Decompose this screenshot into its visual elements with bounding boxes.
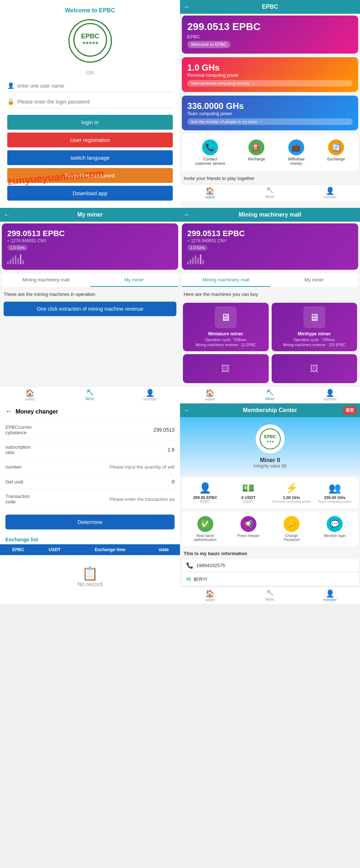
tab-my-miner[interactable]: My miner	[90, 273, 179, 287]
product-placeholder-1[interactable]: 🖼	[183, 354, 269, 383]
wallet-icon: 🏠	[180, 186, 240, 195]
epbc-home-panel: ← EPBC 299.0513 EPBC EPBC Welcome to EPB…	[180, 0, 360, 208]
membership-back-icon[interactable]: ←	[184, 407, 190, 414]
changer-back-icon[interactable]: ←	[5, 408, 12, 415]
member-integrity: Integrity value 88	[187, 464, 353, 469]
field-ratio: subscriptionratio 1:6	[0, 440, 180, 460]
member-avatar-area: EPBC ★★★ Miner II Integrity value 88	[180, 417, 360, 476]
mall-nav-miner[interactable]: ⛏ Miner	[240, 389, 300, 401]
view-team-badge[interactable]: See the number of people in my team →	[187, 118, 353, 125]
member-nav-wallet[interactable]: 🏠 wallet	[180, 589, 240, 602]
col-usdt: USDT	[37, 544, 73, 555]
mall-miner-icon: ⛏	[240, 389, 300, 397]
action-recharge[interactable]: ⛽ Recharge	[248, 139, 265, 165]
money-changer-panel: ← Money changer EPBCcurrencybalance 299.…	[0, 403, 180, 604]
svg-point-0	[74, 24, 106, 56]
miner-wallet-icon: 🏠	[0, 389, 60, 397]
personal-power-label: Personal computing power	[187, 73, 353, 78]
mall-tab-mall[interactable]: Mining machinery mall	[182, 273, 270, 287]
mall-tab-miner[interactable]: My miner	[270, 273, 359, 287]
mall-tabs: Mining machinery mall My miner	[182, 273, 358, 287]
action-member-login[interactable]: 💬 Member login	[313, 516, 356, 542]
product-1-desc: Operation cycle : 720hourMining machiner…	[187, 337, 265, 348]
miner-back-icon[interactable]: ←	[4, 211, 10, 219]
action-realname[interactable]: ✅ Real nameauthentication	[184, 516, 227, 542]
nav-miner[interactable]: ⛏ Miner	[240, 186, 300, 199]
mall-ghs: 1.0 GHs	[187, 245, 208, 251]
register-button[interactable]: User registration	[7, 133, 173, 147]
phone-text: 19894332575	[196, 563, 225, 568]
changer-title: Money changer	[16, 408, 58, 415]
personal-stat-icon: ⚡	[270, 482, 313, 494]
tx-code-input[interactable]	[109, 496, 175, 502]
field-number: number	[0, 460, 180, 474]
logo-circle: EPBC ★★★★★	[68, 19, 112, 63]
miner-balance-card: 299.0513 EPBC ≈ 1276.949051 CNY 1.0 GHs	[2, 223, 178, 270]
stat-personal: ⚡ 1.00 GHs Personal computing power	[270, 482, 313, 504]
or-text: OR	[86, 70, 94, 76]
action-exchange[interactable]: 🔄 Exchange	[327, 139, 345, 165]
member-nav-member[interactable]: 👤 member	[300, 589, 360, 602]
epbc-home-header: ← EPBC	[180, 0, 360, 14]
team-power-label: Team computing power	[187, 111, 353, 116]
download-button[interactable]: Download app	[7, 186, 173, 201]
miner-nav-miner[interactable]: ⛏ Miner	[60, 389, 120, 401]
mall-nav-wallet[interactable]: 🏠 wallet	[180, 389, 240, 401]
exchange-list-title: Exchange list	[0, 535, 180, 544]
lang-badge[interactable]: 语言	[343, 407, 356, 414]
product-2[interactable]: 🖥 Minitype miner Operation cycle : 720ho…	[272, 303, 357, 351]
member-name: Miner II	[187, 457, 353, 464]
member-actions: ✅ Real nameauthentication 📢 Press releas…	[182, 512, 358, 546]
membership-header: ← Membership Center 语言	[180, 403, 360, 417]
changer-header: ← Money changer	[0, 403, 180, 420]
epbc-bottom-nav: 🏠 wallet ⛏ Miner 👤 member	[180, 184, 360, 201]
usdt-stat-icon: 💵	[227, 482, 270, 494]
action-withdraw[interactable]: 💼 Withdrawmoney	[288, 139, 305, 165]
nav-wallet[interactable]: 🏠 wallet	[180, 186, 240, 199]
member-wallet-icon: 🏠	[180, 589, 240, 598]
info-email: ✉ 邮件!!!	[182, 573, 358, 586]
basic-info-title: This is my basic information	[180, 548, 360, 559]
tab-mall[interactable]: Mining machinery mall	[2, 273, 90, 287]
login-button[interactable]: login in	[7, 115, 173, 130]
back-arrow-icon[interactable]: ←	[184, 3, 190, 11]
lang-button[interactable]: switch language	[7, 150, 173, 165]
balance-value: 299.0513	[154, 427, 175, 433]
email-text: 邮件!!!	[194, 576, 207, 583]
action-change-pw[interactable]: 🔑 ChangePassword	[270, 516, 313, 542]
stat-usdt: 💵 0 USDT USDT	[227, 482, 270, 504]
mall-title: Mining machinery mall	[239, 211, 301, 218]
view-personal-badge[interactable]: View personel computing records →	[187, 80, 353, 87]
nav-member[interactable]: 👤 member	[300, 186, 360, 199]
member-icon: 👤	[300, 186, 360, 195]
quick-actions: 📞 Contactcustomer service ⛽ Recharge 💼 W…	[182, 134, 358, 171]
forget-button[interactable]: Forget the password	[7, 168, 173, 183]
balance-card: 299.0513 EPBC EPBC Welcome to EPBC	[182, 16, 358, 54]
miner-nav-member[interactable]: 👤 member	[120, 389, 180, 401]
member-nav-miner[interactable]: ⛏ Miner	[240, 589, 300, 602]
username-input[interactable]	[17, 83, 173, 89]
mall-nav-member[interactable]: 👤 member	[300, 389, 360, 401]
password-input[interactable]	[17, 99, 173, 105]
miner-nav-wallet[interactable]: 🏠 wallet	[0, 389, 60, 401]
no-record-icon: 📋	[11, 566, 169, 581]
determine-button[interactable]: Determine	[5, 515, 175, 529]
mall-back-icon[interactable]: ←	[184, 211, 190, 219]
product-placeholder-2[interactable]: 🖼	[272, 354, 357, 383]
mall-member-icon: 👤	[300, 389, 360, 397]
extract-button[interactable]: One click extraction of mining machine r…	[4, 302, 176, 316]
mining-mall-panel: ← Mining machinery mall 299.0513 EPBC ≈ …	[180, 208, 360, 403]
info-phone: 📞 19894332575	[182, 559, 358, 572]
product-1[interactable]: 🖥 Miniature miner Operation cycle : 720h…	[183, 303, 269, 351]
mall-bottom-nav: 🏠 wallet ⛏ Miner 👤 member	[180, 386, 360, 403]
miner-ghs: 1.0 GHs	[7, 245, 28, 251]
number-input[interactable]	[109, 464, 175, 470]
member-stats: 👤 299.05 EPBC EPBC 💵 0 USDT USDT ⚡ 1.00 …	[182, 478, 358, 508]
miner-products: 🖥 Miniature miner Operation cycle : 720h…	[180, 300, 360, 386]
action-contact[interactable]: 📞 Contactcustomer service	[195, 139, 225, 165]
username-group: 👤	[7, 79, 173, 92]
team-power-val: 336.0000 GHs	[187, 101, 353, 111]
exchange-icon: 🔄	[328, 139, 344, 155]
svg-text:★★★★★: ★★★★★	[82, 41, 99, 45]
action-press[interactable]: 📢 Press release	[227, 516, 270, 542]
